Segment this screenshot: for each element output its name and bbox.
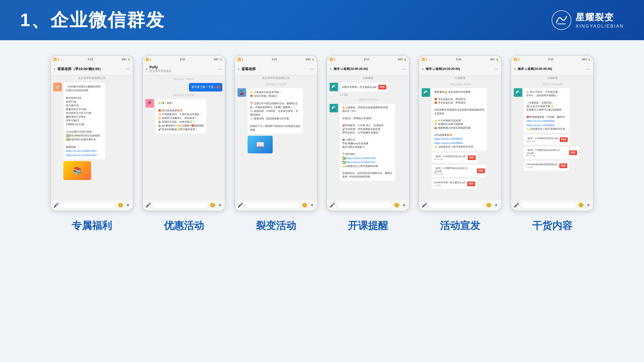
brand-text: 星耀裂变 XINGYAOLIEBIAN [576,11,624,29]
more-icon-6[interactable]: ··· [586,66,590,72]
plus-icon-4[interactable]: ＋ [401,202,407,208]
bubble-1-1: 《叫叫数学思维5日暑期特训营》开课大礼包内容清单 数学绘本X1本铅笔X1盒练习册… [63,83,105,159]
input-bar-6: 🎤 😊 ＋ [511,199,593,211]
chat-title-3: 蓝莓老师 [242,67,310,71]
input-field-4[interactable] [337,202,392,209]
brand-name-en: XINGYAOLIEBIAN [576,24,624,29]
input-field-3[interactable] [245,202,300,209]
message-2-out: 要不要了解一下呢～🎁 [145,83,222,92]
chat-body-2: 10月21日 下午1:07 要不要了解一下呢～🎁 10月31日 下午2:07 P… [143,75,225,199]
pdf-icon-6-1: PDF [560,137,568,142]
brand-logo: 星耀裂变 XINGYAOLIEBIAN [551,10,624,30]
emoji-icon-3[interactable]: 😊 [302,202,307,208]
time-stamp-2-1: 10月21日 下午1:07 [145,77,222,81]
emoji-icon-5[interactable]: 😊 [486,202,492,208]
back-icon-4[interactable]: ‹ [330,66,332,72]
input-bar-3: 🎤 😊 ＋ [235,199,317,211]
more-icon-1[interactable]: ··· [126,66,130,72]
brand-name-cn: 星耀裂变 [576,11,624,24]
plus-icon-6[interactable]: ＋ [586,202,591,208]
chat-body-6: 9月1日 下午10:28 🌊 💌 收心不到位，开学肯定紧！ 开学心，这些你绝不能… [511,81,593,199]
emoji-icon-6[interactable]: 😊 [578,202,584,208]
pdf-5-3: 2020年开学第一课主题范文.pdf1.4 MB PDF [432,179,477,189]
chat-image-3: 📖 [248,136,273,153]
message-6-pdf3: 小学3000单词速记思维导图.pdf5.9 MB PDF [514,161,591,171]
page-title: 1、企业微信群发 [20,8,165,32]
chat-header-2: ‹ Polly 宝宝英声英语超店 ··· [143,63,225,75]
time-stamp-4: 9月3日 下午12:13 [330,98,407,102]
status-bar-1: 📶 1 9:52 WiFi 🔋 [51,56,133,63]
emoji-icon-4[interactable]: 😊 [394,202,399,208]
emoji-icon-2[interactable]: 😊 [210,202,215,208]
phone-4: 📶 1 9:53 WiFi 🔋 ‹ 海洋🐋老师(10:00-20:00) ···… [327,55,410,211]
svg-point-0 [552,11,571,30]
pdf-icon-5-3: PDF [467,182,475,186]
chat-title-1: 茶茶老师（早10:00-晚8:00） [57,67,126,71]
pdf-icon-6-3: PDF [559,163,567,168]
more-icon-5[interactable]: ··· [494,66,498,72]
phone-wrapper-1: 📶 1 9:52 WiFi 🔋 ‹ 茶茶老师（早10:00-晚8:00） ···… [50,55,133,233]
voice-icon-3[interactable]: 🎤 [237,202,243,208]
chat-title-4: 海洋🐋老师(10:00-20:00) [334,67,402,71]
more-icon-4[interactable]: ··· [402,66,406,72]
phone-wrapper-6: 📶 1 9:53 WiFi 🔋 ‹ 海洋🐋老师(10:00-20:00) ···… [511,55,594,233]
chat-body-1: 🍵 《叫叫数学思维5日暑期特训营》开课大礼包内容清单 数学绘本X1本铅笔X1盒练… [51,81,133,199]
voice-icon-5[interactable]: 🎤 [422,202,427,208]
chat-header-3: ‹ 蓝莓老师 ··· [235,63,317,75]
bubble-6: 💌 收心不到位，开学肯定紧！ 开学心，这些你绝不能错过！ （无需转发，无需扫码）… [524,88,570,133]
plus-icon-1[interactable]: ＋ [125,202,130,208]
status-bar-5: 📶 1 9:54 WiFi 🔋 [419,56,501,63]
input-bar-1: 🎤 😊 ＋ [51,199,133,211]
more-icon-3[interactable]: ··· [310,66,314,72]
pdf-icon-6-2: PDF [569,150,577,155]
input-field-1[interactable] [61,202,116,209]
chat-header-1: ‹ 茶茶老师（早10:00-晚8:00） ··· [51,63,133,75]
chat-subtitle-1: 北京有声科技有限公司 [51,75,133,81]
status-bar-2: 📶 1 9:50 WiFi 🔋 [143,56,225,63]
pdf-4-1: 10课开学季第一节主题班会.pdf PDF [340,83,388,92]
emoji-icon-1[interactable]: 😊 [118,202,123,208]
voice-icon-4[interactable]: 🎤 [330,202,335,208]
phone-label-6: 干货内容 [532,219,572,233]
avatar-3: 🍒 [237,88,246,97]
back-icon-1[interactable]: ‹ [54,66,55,72]
voice-icon-6[interactable]: 🎤 [514,202,519,208]
bubble-3-1: 🌟 儿童成长中的必读书籍！ 📚 全彩注音版《西游记》 ⏰ 宝妈们不可错过的限时活… [248,88,303,134]
plus-icon-3[interactable]: ＋ [309,202,314,208]
message-5-pdf3: 2020年开学第一课主题范文.pdf1.4 MB PDF [422,179,499,189]
pdf-icon-5-1: PDF [468,155,476,160]
brand-icon [551,10,572,30]
input-field-5[interactable] [429,202,484,209]
message-4-pdf: 🌊 10课开学季第一节主题班会.pdf PDF [330,83,407,92]
pdf-5-1: 《超详》1-6年级语文知识点.pdf949.9 KB PDF [432,153,478,163]
chat-header-4: ‹ 海洋🐋老师(10:00-20:00) ··· [327,63,409,75]
chat-body-4: 🌊 10课开学季第一节主题班会.pdf PDF 1.4 MB 9月3日 下午12… [327,81,409,199]
message-4-pdf-size: 1.4 MB [330,94,407,96]
phone-label-2: 优惠活动 [164,219,204,233]
avatar-6: 🌊 [514,88,522,97]
chat-subtitle-6: 大海教育 [511,75,593,81]
chat-header-6: ‹ 海洋🐋老师(10:00-20:00) ··· [511,63,593,75]
back-icon-2[interactable]: ‹ [146,66,147,72]
chat-body-5: 9月1日 晚上10:09 🌊 重要通知🔔 这条消息对你很重要 🎁 开学必备礼盒，… [419,81,501,199]
chat-title-2: Polly [149,65,218,69]
more-icon-2[interactable]: ··· [218,66,222,72]
pdf-6-3: 小学3000单词速记思维导图.pdf5.9 MB PDF [524,161,569,171]
back-icon-6[interactable]: ‹ [514,66,516,72]
message-5-pdf2: 《超详》小学数学知识点归纳汇总_(1).pdf845.0 KB PDF [422,165,499,177]
phone-label-4: 开课提醒 [348,219,388,233]
avatar-4b: 🌊 [330,104,338,112]
back-icon-5[interactable]: ‹ [422,66,424,72]
message-2-in: P 👋 嗨！朋友~ 🎁 双11抢先购来啦🔥 🚫 不用熬夜等待，不用付定金等尾款！… [145,99,222,133]
back-icon-3[interactable]: ‹ [238,66,239,72]
phone-wrapper-2: 📶 1 9:50 WiFi 🔋 ‹ Polly 宝宝英声英语超店 ··· 10月… [142,55,225,233]
input-field-2[interactable] [153,202,208,209]
plus-icon-2[interactable]: ＋ [217,202,222,208]
phones-row: 📶 1 9:52 WiFi 🔋 ‹ 茶茶老师（早10:00-晚8:00） ···… [20,55,624,233]
time-stamp-5: 9月1日 晚上10:09 [422,83,499,86]
voice-icon-2[interactable]: 🎤 [145,202,151,208]
input-field-6[interactable] [521,202,576,209]
plus-icon-5[interactable]: ＋ [494,202,499,208]
message-6-pdf2: 《超详》小学数学知识点归纳汇总_(1).pdf845.0 KB PDF [514,147,591,159]
voice-icon-1[interactable]: 🎤 [53,202,59,208]
